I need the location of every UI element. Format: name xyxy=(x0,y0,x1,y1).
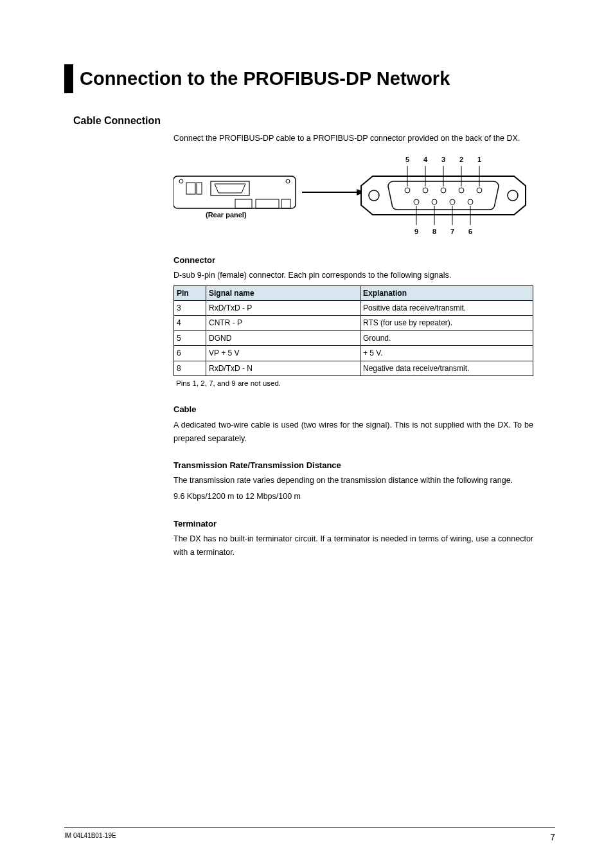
svg-point-21 xyxy=(468,199,473,204)
cell-signal: CNTR - P xyxy=(206,316,360,330)
connector-desc: D-sub 9-pin (female) connector. Each pin… xyxy=(173,269,533,282)
pin-label-7: 7 xyxy=(450,228,454,235)
svg-point-13 xyxy=(405,188,410,193)
cable-heading: Cable xyxy=(173,402,533,417)
cell-expl: Negative data receive/transmit. xyxy=(360,361,533,375)
cell-signal: RxD/TxD - N xyxy=(206,361,360,375)
cell-pin: 8 xyxy=(174,361,206,375)
rate-heading: Transmission Rate/Transmission Distance xyxy=(173,458,533,473)
pin-label-1: 1 xyxy=(477,156,481,163)
svg-point-18 xyxy=(414,199,419,204)
pin-label-5: 5 xyxy=(405,156,409,163)
table-header-row: Pin Signal name Explanation xyxy=(174,285,533,300)
rear-panel-label: (Rear panel) xyxy=(206,211,247,219)
svg-point-11 xyxy=(369,190,379,201)
svg-point-17 xyxy=(477,188,482,193)
page-footer: IM 04L41B01-19E 7 xyxy=(64,827,555,842)
intro-block: Connect the PROFIBUS-DP cable to a PROFI… xyxy=(173,132,533,145)
pin-label-9: 9 xyxy=(414,228,418,235)
pin-label-2: 2 xyxy=(459,156,463,163)
pin-label-6: 6 xyxy=(468,228,472,235)
footer-page-number: 7 xyxy=(550,832,555,842)
intro-text: Connect the PROFIBUS-DP cable to a PROFI… xyxy=(173,132,533,145)
page-title-row: Connection to the PROFIBUS-DP Network xyxy=(64,64,555,93)
th-expl: Explanation xyxy=(360,285,533,300)
connector-diagram: 5 4 3 2 1 9 8 7 6 (Rear panel) xyxy=(173,150,533,240)
svg-point-16 xyxy=(459,188,464,193)
table-row: 5 DGND Ground. xyxy=(174,330,533,345)
cell-expl: Positive data receive/transmit. xyxy=(360,300,533,315)
table-note: Pins 1, 2, 7, and 9 are not used. xyxy=(176,377,533,390)
cell-pin: 5 xyxy=(174,330,206,345)
pin-label-8: 8 xyxy=(432,228,436,235)
pin-label-4: 4 xyxy=(423,156,428,163)
table-row: 4 CNTR - P RTS (for use by repeater). xyxy=(174,316,533,330)
terminator-desc: The DX has no built-in terminator circui… xyxy=(173,532,533,560)
table-row: 3 RxD/TxD - P Positive data receive/tran… xyxy=(174,300,533,315)
cell-expl: Ground. xyxy=(360,330,533,345)
pin-table: Pin Signal name Explanation 3 RxD/TxD - … xyxy=(173,285,533,376)
cell-signal: VP + 5 V xyxy=(206,346,360,361)
svg-point-19 xyxy=(432,199,437,204)
svg-point-15 xyxy=(441,188,446,193)
section-heading-cable-connection: Cable Connection xyxy=(73,115,555,127)
cell-signal: DGND xyxy=(206,330,360,345)
rate-range: 9.6 Kbps/1200 m to 12 Mbps/100 m xyxy=(173,490,533,503)
pin-label-3: 3 xyxy=(441,156,445,163)
th-signal: Signal name xyxy=(206,285,360,300)
connector-svg: 5 4 3 2 1 9 8 7 6 xyxy=(173,150,533,240)
svg-point-12 xyxy=(508,190,518,201)
cell-pin: 6 xyxy=(174,346,206,361)
th-pin: Pin xyxy=(174,285,206,300)
page-title: Connection to the PROFIBUS-DP Network xyxy=(80,64,450,93)
title-side-bar xyxy=(64,64,73,93)
terminator-heading: Terminator xyxy=(173,517,533,531)
footer-doc-id: IM 04L41B01-19E xyxy=(64,832,116,842)
table-row: 8 RxD/TxD - N Negative data receive/tran… xyxy=(174,361,533,375)
connector-block: Connector D-sub 9-pin (female) connector… xyxy=(173,253,533,559)
cell-pin: 3 xyxy=(174,300,206,315)
cell-signal: RxD/TxD - P xyxy=(206,300,360,315)
cell-expl: RTS (for use by repeater). xyxy=(360,316,533,330)
svg-point-14 xyxy=(423,188,428,193)
cell-pin: 4 xyxy=(174,316,206,330)
rate-desc: The transmission rate varies depending o… xyxy=(173,474,533,487)
svg-point-20 xyxy=(450,199,455,204)
cell-expl: + 5 V. xyxy=(360,346,533,361)
cable-desc: A dedicated two-wire cable is used (two … xyxy=(173,419,533,446)
connector-heading: Connector xyxy=(173,253,533,267)
table-row: 6 VP + 5 V + 5 V. xyxy=(174,346,533,361)
